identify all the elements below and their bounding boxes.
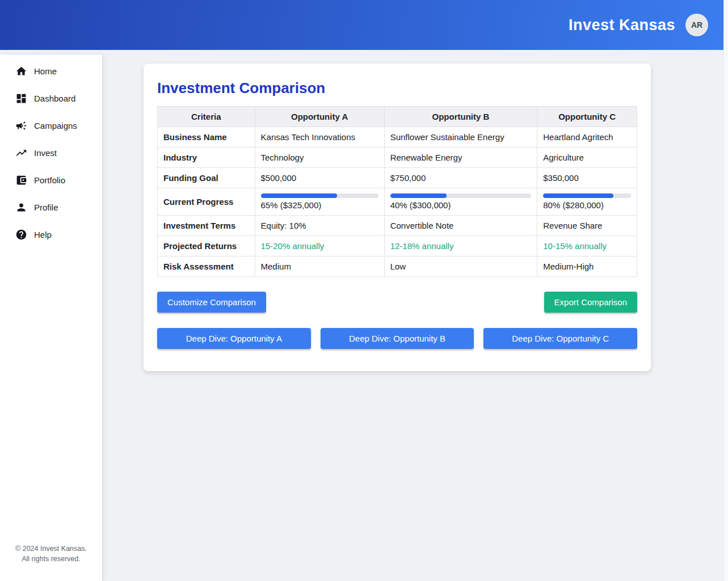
sidebar-item-label: Invest: [34, 148, 57, 158]
home-icon: [15, 65, 27, 77]
app-title: Invest Kansas: [569, 16, 675, 34]
table-row: Projected Returns 15-20% annually 12-18%…: [158, 236, 637, 256]
cell-funding-goal-b: $750,000: [384, 168, 537, 188]
cell-business-name-c: Heartland Agritech: [537, 127, 637, 148]
cell-business-name-a: Kansas Tech Innovations: [255, 127, 384, 148]
sidebar-item-invest[interactable]: Invest: [0, 139, 102, 166]
cell-industry-b: Renewable Energy: [384, 148, 537, 168]
deep-dive-opportunity-a-button[interactable]: Deep Dive: Opportunity A: [157, 328, 311, 349]
comparison-table: Criteria Opportunity A Opportunity B Opp…: [157, 106, 637, 277]
progress-text-b: 40% ($300,000): [390, 200, 532, 210]
sidebar-item-profile[interactable]: Profile: [0, 193, 102, 221]
row-label-current-progress: Current Progress: [158, 188, 255, 216]
sidebar-item-label: Help: [34, 230, 52, 239]
sidebar-item-help[interactable]: Help: [0, 221, 102, 248]
column-header-criteria: Criteria: [158, 107, 255, 127]
customize-comparison-button[interactable]: Customize Comparison: [157, 292, 266, 313]
cell-progress-c: 80% ($280,000): [537, 188, 637, 216]
table-row: Current Progress 65% ($325,000) 40% ($30…: [158, 188, 637, 216]
progress-fill-b: [390, 193, 447, 198]
column-header-opportunity-a: Opportunity A: [255, 107, 384, 127]
sidebar-item-label: Portfolio: [34, 175, 65, 185]
sidebar-item-dashboard[interactable]: Dashboard: [0, 85, 102, 112]
progress-bar-a: [261, 193, 378, 198]
cell-projected-returns-a: 15-20% annually: [255, 236, 384, 256]
cell-industry-c: Agriculture: [537, 148, 637, 168]
sidebar-nav: Home Dashboard Campaigns Invest Portfoli…: [0, 54, 102, 248]
cell-risk-assessment-b: Low: [384, 256, 537, 277]
copyright-text: © 2024 Invest Kansas. All rights reserve…: [0, 544, 102, 581]
cell-investment-terms-c: Revenue Share: [537, 216, 637, 236]
sidebar-item-label: Profile: [34, 203, 58, 212]
sidebar-item-label: Campaigns: [34, 121, 77, 130]
table-row: Risk Assessment Medium Low Medium-High: [158, 256, 637, 277]
row-label-business-name: Business Name: [158, 127, 255, 148]
column-header-opportunity-c: Opportunity C: [537, 107, 637, 127]
cell-risk-assessment-a: Medium: [255, 256, 384, 277]
deep-dive-opportunity-b-button[interactable]: Deep Dive: Opportunity B: [321, 328, 474, 349]
progress-text-c: 80% ($280,000): [543, 200, 631, 210]
row-label-projected-returns: Projected Returns: [158, 236, 255, 256]
progress-fill-c: [543, 193, 613, 198]
table-row: Industry Technology Renewable Energy Agr…: [158, 148, 637, 168]
table-row: Business Name Kansas Tech Innovations Su…: [158, 127, 637, 148]
table-row: Funding Goal $500,000 $750,000 $350,000: [158, 168, 637, 188]
cell-business-name-b: Sunflower Sustainable Energy: [384, 127, 537, 148]
row-label-funding-goal: Funding Goal: [158, 168, 255, 188]
row-label-investment-terms: Investment Terms: [158, 216, 255, 236]
app-header: Invest Kansas AR: [0, 0, 723, 50]
cell-funding-goal-a: $500,000: [255, 168, 384, 188]
cell-projected-returns-c: 10-15% annually: [537, 236, 637, 256]
column-header-opportunity-b: Opportunity B: [384, 107, 537, 127]
table-row: Investment Terms Equity: 10% Convertible…: [158, 216, 637, 236]
progress-bar-b: [390, 193, 532, 198]
actions-row: Customize Comparison Export Comparison: [157, 292, 637, 313]
wallet-icon: [15, 174, 27, 186]
person-icon: [15, 201, 27, 213]
deep-dive-opportunity-c-button[interactable]: Deep Dive: Opportunity C: [483, 328, 637, 349]
table-header-row: Criteria Opportunity A Opportunity B Opp…: [158, 107, 637, 127]
cell-progress-b: 40% ($300,000): [384, 188, 537, 216]
deep-dive-row: Deep Dive: Opportunity A Deep Dive: Oppo…: [157, 328, 637, 349]
sidebar-item-campaigns[interactable]: Campaigns: [0, 112, 102, 139]
scrollbar[interactable]: [723, 0, 728, 581]
investment-comparison-card: Investment Comparison Criteria Opportuni…: [144, 64, 651, 371]
cell-projected-returns-b: 12-18% annually: [384, 236, 537, 256]
sidebar-item-portfolio[interactable]: Portfolio: [0, 166, 102, 193]
progress-fill-a: [261, 193, 338, 198]
cell-funding-goal-c: $350,000: [537, 168, 637, 188]
progress-text-a: 65% ($325,000): [261, 200, 378, 210]
cell-progress-a: 65% ($325,000): [255, 188, 384, 216]
cell-investment-terms-b: Convertible Note: [384, 216, 537, 236]
export-comparison-button[interactable]: Export Comparison: [544, 292, 637, 313]
user-avatar[interactable]: AR: [685, 14, 708, 36]
campaign-icon: [15, 120, 27, 132]
dashboard-icon: [15, 92, 27, 104]
sidebar-item-label: Home: [34, 66, 57, 76]
cell-investment-terms-a: Equity: 10%: [255, 216, 384, 236]
help-icon: [15, 229, 27, 241]
row-label-risk-assessment: Risk Assessment: [158, 256, 255, 277]
cell-risk-assessment-c: Medium-High: [537, 256, 637, 277]
sidebar-item-home[interactable]: Home: [0, 57, 102, 85]
row-label-industry: Industry: [158, 148, 255, 168]
page-title: Investment Comparison: [157, 79, 637, 97]
sidebar: Home Dashboard Campaigns Invest Portfoli…: [0, 54, 102, 581]
trending-up-icon: [15, 147, 27, 159]
progress-bar-c: [543, 193, 631, 198]
cell-industry-a: Technology: [255, 148, 384, 168]
sidebar-item-label: Dashboard: [34, 94, 75, 103]
